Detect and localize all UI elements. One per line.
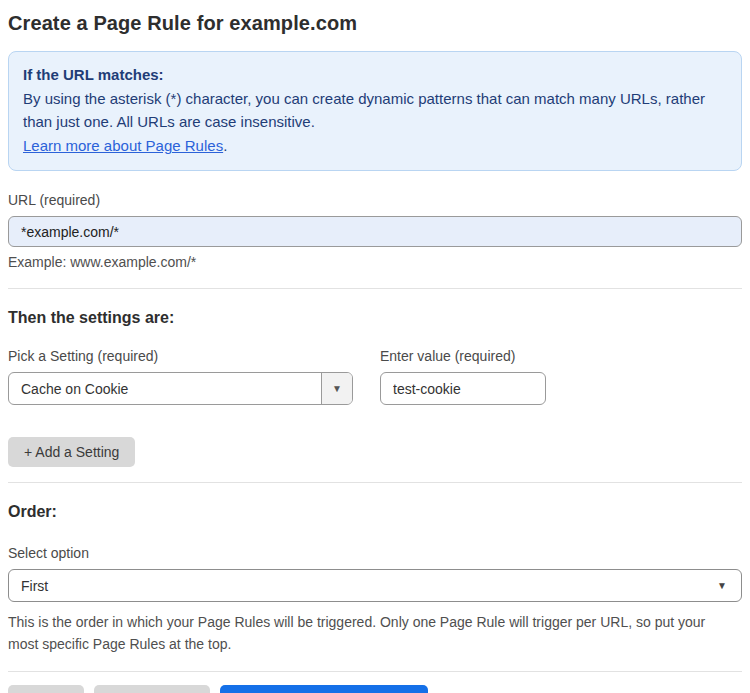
setting-select-column: Pick a Setting (required) Cache on Cooki… [8,327,366,405]
divider [8,482,742,483]
order-select-label: Select option [8,545,742,561]
chevron-down-icon: ▼ [332,383,342,394]
url-field-label: URL (required) [8,192,742,208]
url-input[interactable] [8,216,742,247]
url-match-info-box: If the URL matches: By using the asteris… [8,51,742,171]
divider [8,288,742,289]
cancel-button[interactable]: Cancel [8,685,84,693]
setting-select-value: Cache on Cookie [9,373,321,404]
settings-section-heading: Then the settings are: [8,309,742,327]
info-box-heading: If the URL matches: [23,63,727,86]
setting-value-column: Enter value (required) [380,334,546,405]
save-as-draft-button[interactable]: Save as Draft [94,685,211,693]
divider [8,671,742,672]
create-page-rule-panel: Create a Page Rule for example.com If th… [0,0,750,693]
chevron-down-icon: ▼ [717,580,729,591]
setting-select[interactable]: Cache on Cookie ▼ [8,372,353,405]
save-and-deploy-button[interactable]: Save and Deploy Page Rule [220,685,428,693]
form-actions: Cancel Save as Draft Save and Deploy Pag… [8,685,742,693]
setting-select-arrow-segment[interactable]: ▼ [321,373,352,404]
info-box-link-line: Learn more about Page Rules. [23,134,727,157]
learn-more-link[interactable]: Learn more about Page Rules [23,137,223,154]
order-section-heading: Order: [8,503,742,521]
settings-row: Pick a Setting (required) Cache on Cooki… [8,327,742,405]
add-setting-button[interactable]: + Add a Setting [8,437,135,467]
setting-select-label: Pick a Setting (required) [8,348,366,364]
info-box-body: By using the asterisk (*) character, you… [23,87,723,133]
order-select[interactable]: First ▼ [8,569,742,602]
page-title: Create a Page Rule for example.com [8,12,742,35]
setting-value-label: Enter value (required) [380,348,546,364]
order-help-text: This is the order in which your Page Rul… [8,611,738,655]
url-example-hint: Example: www.example.com/* [8,254,742,270]
setting-value-input[interactable] [380,372,546,405]
order-select-value: First [21,578,717,594]
link-period: . [223,137,227,154]
